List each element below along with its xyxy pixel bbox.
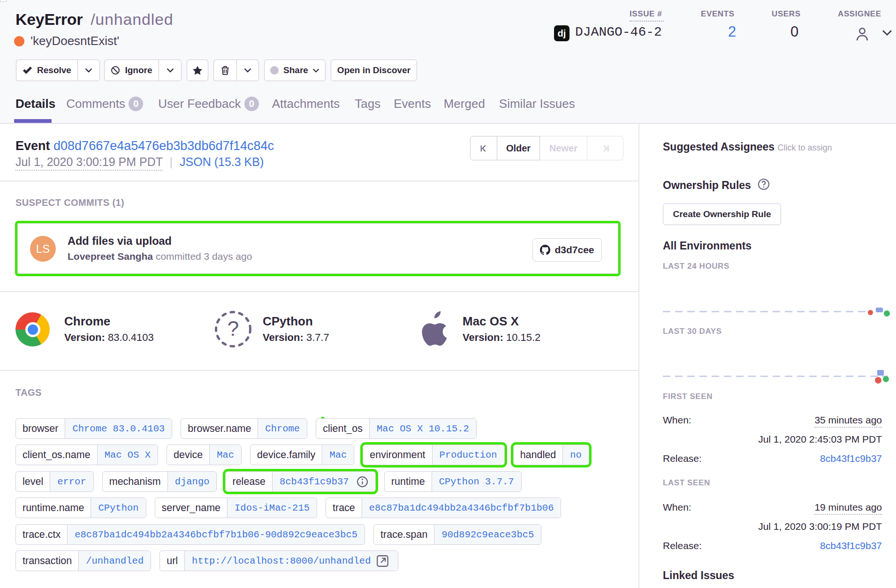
svg-text:?: ? <box>228 317 239 340</box>
